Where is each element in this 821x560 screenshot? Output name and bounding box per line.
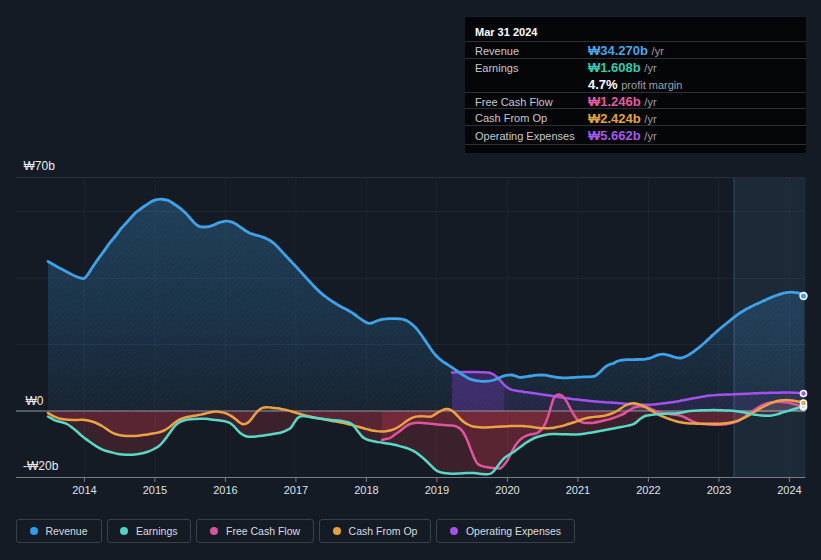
svg-text:2021: 2021 bbox=[566, 484, 590, 496]
svg-text:-₩20b: -₩20b bbox=[23, 459, 59, 473]
svg-text:2017: 2017 bbox=[284, 484, 308, 496]
svg-text:2024: 2024 bbox=[777, 484, 801, 496]
svg-text:2020: 2020 bbox=[495, 484, 519, 496]
svg-text:2019: 2019 bbox=[425, 484, 449, 496]
svg-text:2016: 2016 bbox=[213, 484, 237, 496]
svg-text:2015: 2015 bbox=[143, 484, 167, 496]
svg-text:2014: 2014 bbox=[72, 484, 96, 496]
svg-text:₩0: ₩0 bbox=[26, 394, 44, 408]
svg-text:2022: 2022 bbox=[636, 484, 660, 496]
svg-text:2023: 2023 bbox=[707, 484, 731, 496]
svg-text:₩70b: ₩70b bbox=[24, 159, 56, 173]
svg-text:2018: 2018 bbox=[354, 484, 378, 496]
